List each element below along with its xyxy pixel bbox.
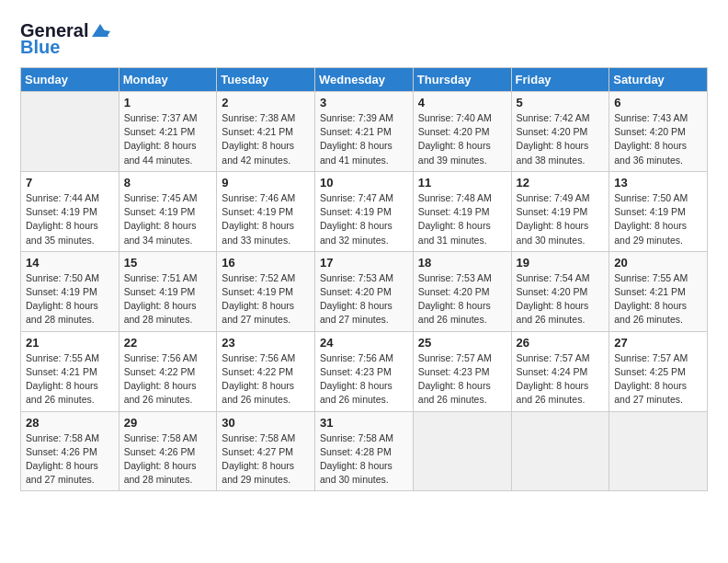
day-cell: 9Sunrise: 7:46 AMSunset: 4:19 PMDaylight… bbox=[217, 171, 315, 251]
day-number: 25 bbox=[418, 336, 506, 350]
day-cell: 30Sunrise: 7:58 AMSunset: 4:27 PMDayligh… bbox=[217, 411, 315, 491]
day-number: 9 bbox=[222, 176, 310, 190]
day-cell: 28Sunrise: 7:58 AMSunset: 4:26 PMDayligh… bbox=[21, 411, 119, 491]
logo: General Blue bbox=[20, 20, 110, 58]
day-info: Sunrise: 7:49 AMSunset: 4:19 PMDaylight:… bbox=[517, 191, 605, 247]
day-info: Sunrise: 7:54 AMSunset: 4:20 PMDaylight:… bbox=[517, 271, 605, 327]
day-cell: 26Sunrise: 7:57 AMSunset: 4:24 PMDayligh… bbox=[511, 331, 609, 411]
day-cell: 17Sunrise: 7:53 AMSunset: 4:20 PMDayligh… bbox=[315, 251, 414, 331]
day-info: Sunrise: 7:53 AMSunset: 4:20 PMDaylight:… bbox=[418, 271, 506, 327]
day-number: 6 bbox=[614, 96, 702, 109]
day-cell: 27Sunrise: 7:57 AMSunset: 4:25 PMDayligh… bbox=[609, 331, 708, 411]
day-info: Sunrise: 7:56 AMSunset: 4:22 PMDaylight:… bbox=[124, 351, 212, 408]
day-cell: 3Sunrise: 7:39 AMSunset: 4:21 PMDaylight… bbox=[315, 92, 414, 172]
weekday-header-wednesday: Wednesday bbox=[315, 68, 414, 92]
day-cell: 24Sunrise: 7:56 AMSunset: 4:23 PMDayligh… bbox=[315, 331, 414, 411]
day-cell: 20Sunrise: 7:55 AMSunset: 4:21 PMDayligh… bbox=[609, 251, 708, 331]
day-info: Sunrise: 7:47 AMSunset: 4:19 PMDaylight:… bbox=[320, 191, 408, 247]
day-info: Sunrise: 7:55 AMSunset: 4:21 PMDaylight:… bbox=[26, 351, 114, 408]
day-cell: 25Sunrise: 7:57 AMSunset: 4:23 PMDayligh… bbox=[413, 331, 511, 411]
day-cell: 11Sunrise: 7:48 AMSunset: 4:19 PMDayligh… bbox=[413, 171, 511, 251]
day-cell: 13Sunrise: 7:50 AMSunset: 4:19 PMDayligh… bbox=[609, 171, 708, 251]
day-number: 8 bbox=[124, 176, 212, 190]
day-number: 5 bbox=[517, 96, 605, 109]
day-number: 17 bbox=[320, 256, 408, 270]
day-cell bbox=[609, 411, 708, 491]
calendar-body: 1Sunrise: 7:37 AMSunset: 4:21 PMDaylight… bbox=[21, 92, 708, 491]
day-cell: 14Sunrise: 7:50 AMSunset: 4:19 PMDayligh… bbox=[21, 251, 119, 331]
day-info: Sunrise: 7:50 AMSunset: 4:19 PMDaylight:… bbox=[26, 271, 114, 327]
day-info: Sunrise: 7:55 AMSunset: 4:21 PMDaylight:… bbox=[614, 271, 702, 327]
day-cell: 18Sunrise: 7:53 AMSunset: 4:20 PMDayligh… bbox=[413, 251, 511, 331]
day-info: Sunrise: 7:53 AMSunset: 4:20 PMDaylight:… bbox=[320, 271, 408, 327]
day-number: 18 bbox=[418, 256, 506, 270]
day-number: 16 bbox=[222, 256, 310, 270]
day-number: 11 bbox=[418, 176, 506, 190]
week-row-5: 28Sunrise: 7:58 AMSunset: 4:26 PMDayligh… bbox=[21, 411, 708, 491]
week-row-3: 14Sunrise: 7:50 AMSunset: 4:19 PMDayligh… bbox=[21, 251, 708, 331]
weekday-header-thursday: Thursday bbox=[413, 68, 511, 92]
day-number: 19 bbox=[517, 256, 605, 270]
day-number: 1 bbox=[124, 96, 212, 109]
day-number: 27 bbox=[614, 336, 702, 350]
calendar-page: General Blue SundayMondayTuesdayWednesda… bbox=[0, 0, 728, 563]
day-number: 13 bbox=[614, 176, 702, 190]
day-cell bbox=[413, 411, 511, 491]
day-cell: 31Sunrise: 7:58 AMSunset: 4:28 PMDayligh… bbox=[315, 411, 414, 491]
weekday-header-monday: Monday bbox=[119, 68, 217, 92]
day-number: 14 bbox=[26, 256, 114, 270]
weekday-header-saturday: Saturday bbox=[609, 68, 708, 92]
day-info: Sunrise: 7:58 AMSunset: 4:26 PMDaylight:… bbox=[124, 431, 212, 488]
calendar-table: SundayMondayTuesdayWednesdayThursdayFrid… bbox=[20, 67, 708, 491]
week-row-1: 1Sunrise: 7:37 AMSunset: 4:21 PMDaylight… bbox=[21, 92, 708, 172]
day-number: 15 bbox=[124, 256, 212, 270]
day-info: Sunrise: 7:42 AMSunset: 4:20 PMDaylight:… bbox=[517, 111, 605, 167]
day-info: Sunrise: 7:56 AMSunset: 4:23 PMDaylight:… bbox=[320, 351, 408, 408]
day-cell: 2Sunrise: 7:38 AMSunset: 4:21 PMDaylight… bbox=[217, 92, 315, 172]
day-info: Sunrise: 7:51 AMSunset: 4:19 PMDaylight:… bbox=[124, 271, 212, 327]
weekday-header-friday: Friday bbox=[511, 68, 609, 92]
weekday-header-row: SundayMondayTuesdayWednesdayThursdayFrid… bbox=[21, 68, 708, 92]
day-cell: 16Sunrise: 7:52 AMSunset: 4:19 PMDayligh… bbox=[217, 251, 315, 331]
day-number: 21 bbox=[26, 336, 114, 350]
day-cell: 1Sunrise: 7:37 AMSunset: 4:21 PMDaylight… bbox=[119, 92, 217, 172]
day-number: 10 bbox=[320, 176, 408, 190]
day-info: Sunrise: 7:39 AMSunset: 4:21 PMDaylight:… bbox=[320, 111, 408, 167]
day-info: Sunrise: 7:56 AMSunset: 4:22 PMDaylight:… bbox=[222, 351, 310, 408]
day-cell: 21Sunrise: 7:55 AMSunset: 4:21 PMDayligh… bbox=[21, 331, 119, 411]
day-number: 12 bbox=[517, 176, 605, 190]
day-info: Sunrise: 7:44 AMSunset: 4:19 PMDaylight:… bbox=[26, 191, 114, 247]
day-number: 22 bbox=[124, 336, 212, 350]
day-number: 7 bbox=[26, 176, 114, 190]
day-number: 30 bbox=[222, 416, 310, 430]
day-cell: 29Sunrise: 7:58 AMSunset: 4:26 PMDayligh… bbox=[119, 411, 217, 491]
day-number: 20 bbox=[614, 256, 702, 270]
day-number: 24 bbox=[320, 336, 408, 350]
day-info: Sunrise: 7:43 AMSunset: 4:20 PMDaylight:… bbox=[614, 111, 702, 167]
day-cell bbox=[21, 92, 119, 172]
day-info: Sunrise: 7:57 AMSunset: 4:23 PMDaylight:… bbox=[418, 351, 506, 408]
day-cell: 5Sunrise: 7:42 AMSunset: 4:20 PMDaylight… bbox=[511, 92, 609, 172]
day-info: Sunrise: 7:57 AMSunset: 4:24 PMDaylight:… bbox=[517, 351, 605, 408]
day-info: Sunrise: 7:58 AMSunset: 4:27 PMDaylight:… bbox=[222, 431, 310, 488]
day-number: 4 bbox=[418, 96, 506, 109]
day-cell: 23Sunrise: 7:56 AMSunset: 4:22 PMDayligh… bbox=[217, 331, 315, 411]
day-info: Sunrise: 7:50 AMSunset: 4:19 PMDaylight:… bbox=[614, 191, 702, 247]
week-row-2: 7Sunrise: 7:44 AMSunset: 4:19 PMDaylight… bbox=[21, 171, 708, 251]
day-info: Sunrise: 7:58 AMSunset: 4:26 PMDaylight:… bbox=[26, 431, 114, 488]
day-number: 29 bbox=[124, 416, 212, 430]
day-cell: 12Sunrise: 7:49 AMSunset: 4:19 PMDayligh… bbox=[511, 171, 609, 251]
day-number: 2 bbox=[222, 96, 310, 109]
day-info: Sunrise: 7:46 AMSunset: 4:19 PMDaylight:… bbox=[222, 191, 310, 247]
day-cell: 22Sunrise: 7:56 AMSunset: 4:22 PMDayligh… bbox=[119, 331, 217, 411]
weekday-header-sunday: Sunday bbox=[21, 68, 119, 92]
day-cell: 6Sunrise: 7:43 AMSunset: 4:20 PMDaylight… bbox=[609, 92, 708, 172]
calendar-header: SundayMondayTuesdayWednesdayThursdayFrid… bbox=[21, 68, 708, 92]
day-number: 31 bbox=[320, 416, 408, 430]
week-row-4: 21Sunrise: 7:55 AMSunset: 4:21 PMDayligh… bbox=[21, 331, 708, 411]
day-cell: 19Sunrise: 7:54 AMSunset: 4:20 PMDayligh… bbox=[511, 251, 609, 331]
day-number: 3 bbox=[320, 96, 408, 109]
day-cell: 10Sunrise: 7:47 AMSunset: 4:19 PMDayligh… bbox=[315, 171, 414, 251]
day-info: Sunrise: 7:45 AMSunset: 4:19 PMDaylight:… bbox=[124, 191, 212, 247]
day-info: Sunrise: 7:38 AMSunset: 4:21 PMDaylight:… bbox=[222, 111, 310, 167]
